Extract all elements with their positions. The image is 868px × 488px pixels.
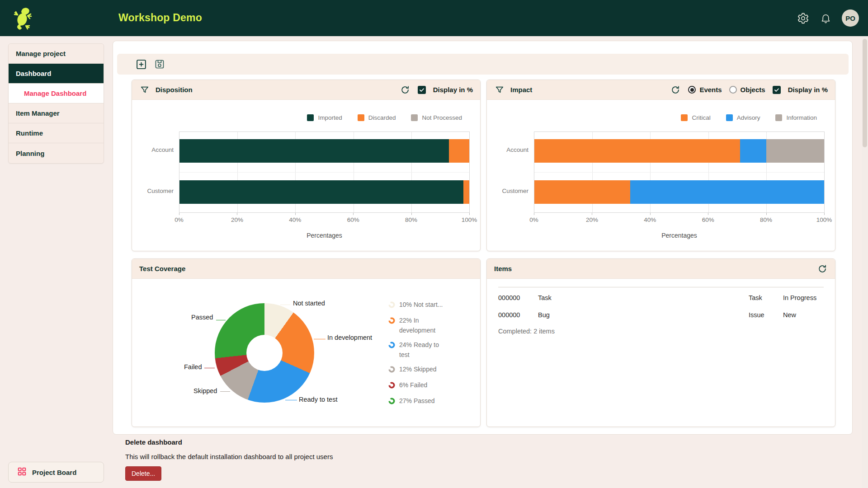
bar-segment-critical	[534, 180, 630, 204]
app-header: Workshop Demo PO	[0, 0, 868, 36]
axis-tick-label: 60%	[347, 216, 359, 223]
axis-tick	[353, 213, 354, 215]
completed-count: Completed: 2 items	[498, 328, 555, 335]
axis-tick	[295, 213, 296, 215]
radio-objects[interactable]: Objects	[729, 86, 765, 94]
display-in-pct-label: Display in %	[788, 86, 828, 94]
slice-label-passed: Passed	[191, 314, 213, 321]
save-dashboard-icon[interactable]	[153, 58, 165, 70]
donut-ring-icon	[388, 364, 396, 375]
legend-label: 24% Ready to test	[399, 340, 451, 360]
legend-item-imported[interactable]: Imported	[307, 114, 342, 121]
disposition-header: Disposition Display in %	[132, 80, 480, 100]
axis-tick-label: 20%	[231, 216, 243, 223]
radio-events-control[interactable]	[688, 86, 696, 94]
axis-tick	[766, 213, 767, 215]
legend-item-skipped[interactable]: 12% Skipped	[388, 364, 451, 375]
refresh-icon[interactable]	[670, 84, 681, 95]
axis-tick	[708, 213, 708, 215]
bar-segment-imported	[179, 180, 463, 204]
add-widget-icon[interactable]	[135, 58, 147, 70]
dashboard-container: Disposition Display in % Percentages Acc…	[113, 41, 853, 435]
leader-line	[285, 400, 297, 400]
refresh-icon[interactable]	[817, 263, 828, 274]
legend-swatch	[411, 114, 418, 121]
table-row[interactable]: 000000 Bug Issue New	[487, 311, 835, 321]
legend-item-advisory[interactable]: Advisory	[726, 114, 760, 121]
bell-icon[interactable]	[819, 12, 832, 24]
sidebar-item-runtime[interactable]: Runtime	[9, 123, 104, 143]
legend-item-in-development[interactable]: 22% In development	[388, 315, 451, 335]
filter-icon[interactable]	[494, 84, 505, 95]
items-panel: Items 000000 Task Task In Progress 00000…	[486, 258, 835, 427]
axis-tick-label: 0%	[529, 216, 538, 223]
delete-dashboard-description: This will rollback the default installat…	[125, 453, 333, 460]
leader-line	[280, 305, 290, 305]
chart-legend: CriticalAdvisoryInformation	[681, 114, 817, 121]
item-type: Task	[749, 294, 762, 301]
legend-label: Information	[786, 114, 817, 121]
items-header: Items	[487, 259, 835, 279]
sidebar-item-manage-project[interactable]: Manage project	[9, 44, 104, 64]
sidebar-item-manage-dashboard[interactable]: Manage Dashboard	[9, 84, 104, 103]
legend-item-passed[interactable]: 27% Passed	[388, 396, 451, 407]
impact-panel: Impact Events Objects	[486, 80, 835, 251]
panel-title: Test Coverage	[139, 265, 185, 272]
legend-swatch	[775, 114, 782, 121]
radio-events[interactable]: Events	[688, 86, 722, 94]
radio-objects-control[interactable]	[729, 86, 737, 94]
legend-item-failed[interactable]: 6% Failed	[388, 380, 451, 391]
scrollbar-thumb[interactable]	[863, 39, 867, 147]
display-in-pct-checkbox[interactable]	[773, 86, 781, 94]
axis-tick	[237, 213, 237, 215]
x-axis-title: Percentages	[179, 232, 470, 239]
project-board-label: Project Board	[32, 469, 76, 476]
page-scrollbar[interactable]	[862, 36, 868, 488]
delete-button[interactable]: Delete...	[125, 466, 161, 481]
slice-label-ready-to-test: Ready to test	[299, 396, 337, 403]
filter-icon[interactable]	[139, 84, 150, 95]
legend-label: Not Processed	[422, 114, 462, 121]
user-avatar[interactable]: PO	[842, 9, 859, 27]
legend-item-not-processed[interactable]: Not Processed	[411, 114, 462, 121]
bar-customer	[534, 180, 824, 204]
impact-chart: Percentages AccountCustomer0%20%40%60%80…	[487, 100, 835, 251]
gecko-logo-icon	[14, 6, 33, 32]
gear-icon[interactable]	[797, 12, 809, 24]
axis-tick-label: 80%	[405, 216, 417, 223]
disposition-chart: Percentages AccountCustomer0%20%40%60%80…	[132, 100, 480, 251]
legend-item-not-started[interactable]: 10% Not start...	[388, 300, 451, 311]
bar-segment-discarded	[449, 139, 469, 163]
legend-item-information[interactable]: Information	[775, 114, 817, 121]
axis-tick-label: 100%	[816, 216, 832, 223]
leader-line	[216, 320, 226, 320]
legend-label: 12% Skipped	[399, 364, 451, 375]
legend-item-critical[interactable]: Critical	[681, 114, 710, 121]
bar-segment-information	[766, 139, 824, 163]
item-id: 000000	[498, 311, 520, 319]
category-label: Account	[487, 146, 528, 153]
sidebar-item-dashboard[interactable]: Dashboard	[9, 64, 104, 84]
axis-tick-label: 40%	[644, 216, 656, 223]
sidebar-item-item-manager[interactable]: Item Manager	[9, 103, 104, 123]
bar-account	[534, 139, 824, 163]
bar-customer	[179, 180, 469, 204]
gridline	[179, 172, 469, 173]
table-row[interactable]: 000000 Task Task In Progress	[487, 294, 835, 304]
refresh-icon[interactable]	[400, 84, 410, 95]
legend-item-ready-to-test[interactable]: 24% Ready to test	[388, 340, 451, 360]
axis-tick	[592, 213, 592, 215]
project-board-button[interactable]: Project Board	[8, 462, 104, 483]
sidebar-item-planning[interactable]: Planning	[9, 143, 104, 163]
delete-dashboard-title: Delete dashboard	[125, 438, 182, 446]
dashboard-toolbar	[117, 54, 849, 75]
axis-tick	[824, 213, 825, 215]
legend-label: 10% Not start...	[399, 300, 451, 311]
bar-segment-advisory	[740, 139, 766, 163]
display-in-pct-label: Display in %	[433, 86, 473, 94]
display-in-pct-checkbox[interactable]	[418, 86, 426, 94]
bar-segment-advisory	[630, 180, 824, 204]
axis-tick-label: 100%	[462, 216, 477, 223]
legend-item-discarded[interactable]: Discarded	[358, 114, 396, 121]
leader-line	[220, 391, 230, 392]
